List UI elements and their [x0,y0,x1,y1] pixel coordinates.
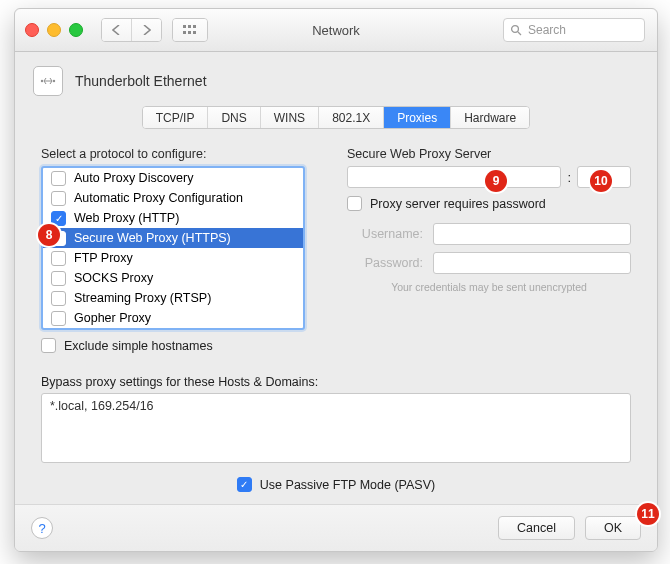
protocol-row[interactable]: Streaming Proxy (RTSP) [43,288,303,308]
zoom-icon[interactable] [69,23,83,37]
protocol-checkbox[interactable]: ✓ [51,211,66,226]
exclude-simple-label: Exclude simple hostnames [64,339,213,353]
svg-point-6 [512,26,519,33]
svg-point-9 [53,80,55,82]
interface-header: Thunderbolt Ethernet [15,52,657,104]
tab-dns[interactable]: DNS [207,107,259,128]
footer: ? Cancel OK [15,504,657,551]
exclude-simple-checkbox[interactable] [41,338,56,353]
protocol-row[interactable]: Gopher Proxy [43,308,303,328]
ok-button[interactable]: OK [585,516,641,540]
forward-button[interactable] [131,19,161,41]
minimize-icon[interactable] [47,23,61,37]
search-placeholder: Search [528,23,566,37]
tab-8021x[interactable]: 802.1X [318,107,383,128]
svg-rect-1 [188,25,191,28]
svg-point-8 [41,80,43,82]
svg-rect-3 [183,31,186,34]
cancel-button[interactable]: Cancel [498,516,575,540]
protocol-row[interactable]: SOCKS Proxy [43,268,303,288]
protocol-checkbox[interactable] [51,271,66,286]
password-label: Password: [347,256,423,270]
host-port-separator: : [567,170,571,185]
protocol-label: FTP Proxy [74,251,133,265]
requires-password-checkbox[interactable] [347,196,362,211]
close-icon[interactable] [25,23,39,37]
protocol-label: Streaming Proxy (RTSP) [74,291,211,305]
annotation-10: 10 [590,170,612,192]
protocol-label: Secure Web Proxy (HTTPS) [74,231,231,245]
protocol-row[interactable]: ✓Web Proxy (HTTP) [43,208,303,228]
nav-back-forward [101,18,162,42]
help-button[interactable]: ? [31,517,53,539]
search-icon [510,24,522,36]
svg-rect-2 [193,25,196,28]
annotation-9: 9 [485,170,507,192]
annotation-8: 8 [38,224,60,246]
search-input[interactable]: Search [503,18,645,42]
titlebar: Network Search [15,9,657,52]
protocol-row[interactable]: FTP Proxy [43,248,303,268]
username-input[interactable] [433,223,631,245]
svg-line-7 [518,32,521,35]
protocol-heading: Select a protocol to configure: [41,147,321,161]
ethernet-icon [33,66,63,96]
protocol-label: Automatic Proxy Configuration [74,191,243,205]
tab-tcpip[interactable]: TCP/IP [143,107,208,128]
svg-rect-0 [183,25,186,28]
tab-proxies[interactable]: Proxies [383,107,450,128]
protocol-checkbox[interactable] [51,311,66,326]
protocol-checkbox[interactable] [51,251,66,266]
advanced-tabs: TCP/IPDNSWINS802.1XProxiesHardware [142,106,530,129]
username-label: Username: [347,227,423,241]
server-heading: Secure Web Proxy Server [347,147,631,161]
protocol-list[interactable]: Auto Proxy DiscoveryAutomatic Proxy Conf… [41,166,305,330]
proxy-host-input[interactable] [347,166,561,188]
network-preferences-window: Network Search Thunderbolt Ethernet TCP/… [14,8,658,552]
bypass-textarea[interactable]: *.local, 169.254/16 [41,393,631,463]
tab-hw[interactable]: Hardware [450,107,529,128]
protocol-checkbox[interactable] [51,171,66,186]
passive-ftp-label: Use Passive FTP Mode (PASV) [260,478,435,492]
protocol-label: Gopher Proxy [74,311,151,325]
protocol-label: SOCKS Proxy [74,271,153,285]
protocol-label: Web Proxy (HTTP) [74,211,179,225]
password-input[interactable] [433,252,631,274]
protocol-checkbox[interactable] [51,191,66,206]
protocol-checkbox[interactable] [51,291,66,306]
show-all-button[interactable] [172,18,208,42]
protocol-label: Auto Proxy Discovery [74,171,193,185]
credentials-note: Your credentials may be sent unencrypted [347,281,631,293]
interface-name: Thunderbolt Ethernet [75,73,207,89]
passive-ftp-checkbox[interactable]: ✓ [237,477,252,492]
requires-password-label: Proxy server requires password [370,197,546,211]
protocol-row[interactable]: ✓Secure Web Proxy (HTTPS) [43,228,303,248]
svg-rect-4 [188,31,191,34]
svg-rect-5 [193,31,196,34]
protocol-row[interactable]: Auto Proxy Discovery [43,168,303,188]
protocol-row[interactable]: Automatic Proxy Configuration [43,188,303,208]
window-controls [25,23,83,37]
tab-wins[interactable]: WINS [260,107,318,128]
annotation-11: 11 [637,503,659,525]
back-button[interactable] [102,19,131,41]
bypass-heading: Bypass proxy settings for these Hosts & … [41,375,631,389]
